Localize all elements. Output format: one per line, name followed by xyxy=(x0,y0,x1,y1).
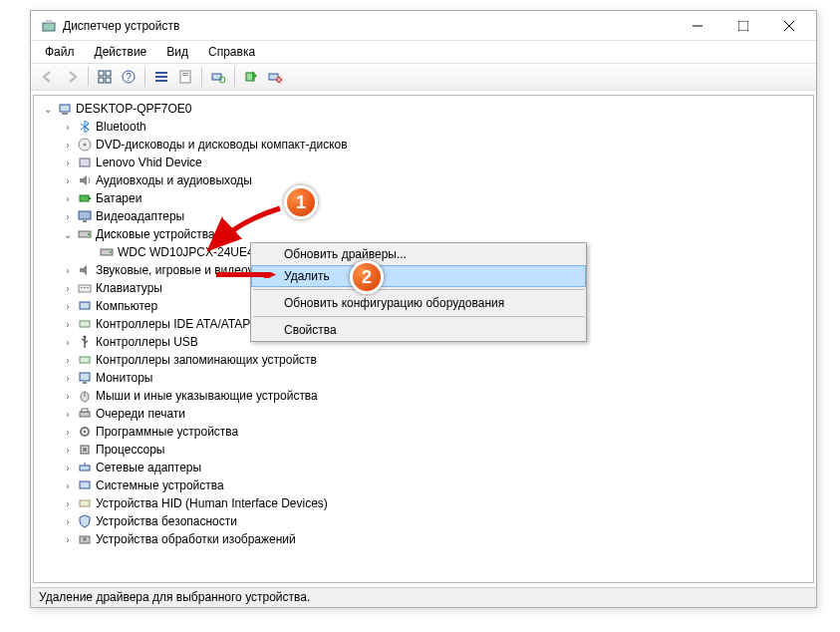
cat-mouse[interactable]: ›Мыши и иные указывающие устройства xyxy=(36,387,811,405)
svg-rect-40 xyxy=(84,287,86,288)
cat-storage[interactable]: ›Контроллеры запоминающих устройств xyxy=(36,351,811,369)
drive-icon xyxy=(99,244,115,260)
close-button[interactable] xyxy=(766,11,812,41)
chevron-right-icon[interactable]: › xyxy=(62,534,74,545)
cat-monitor[interactable]: ›Мониторы xyxy=(36,369,811,387)
computer-icon xyxy=(77,298,93,314)
cat-lenovo[interactable]: ›Lenovo Vhid Device xyxy=(36,154,811,171)
chevron-right-icon[interactable]: › xyxy=(62,140,74,151)
chevron-down-icon[interactable]: ⌄ xyxy=(62,229,74,240)
controller-icon xyxy=(77,316,93,332)
network-icon xyxy=(77,460,93,475)
node-label: Клавиатуры xyxy=(96,281,162,295)
svg-rect-7 xyxy=(106,71,111,76)
grid-icon[interactable] xyxy=(94,66,116,88)
cat-disk[interactable]: ⌄Дисковые устройства xyxy=(36,225,811,243)
ctx-refresh-config[interactable]: Обновить конфигурацию оборудования xyxy=(251,292,586,314)
status-text: Удаление драйвера для выбранного устройс… xyxy=(39,590,310,604)
svg-rect-9 xyxy=(106,78,111,83)
svg-rect-46 xyxy=(80,373,90,381)
cat-security[interactable]: ›Устройства безопасности xyxy=(36,512,811,530)
props-icon[interactable] xyxy=(174,66,196,88)
keyboard-icon xyxy=(77,280,93,296)
svg-rect-43 xyxy=(80,321,90,327)
cat-bluetooth[interactable]: ›Bluetooth xyxy=(36,118,811,136)
cpu-icon xyxy=(77,442,93,458)
svg-rect-33 xyxy=(83,220,87,222)
bluetooth-icon xyxy=(77,119,93,135)
cat-dvd[interactable]: ›DVD-дисководы и дисководы компакт-диско… xyxy=(36,136,811,154)
toolbar: ? xyxy=(31,63,816,91)
chevron-right-icon[interactable]: › xyxy=(62,319,74,330)
forward-icon[interactable] xyxy=(61,66,83,88)
chevron-right-icon[interactable]: › xyxy=(62,373,74,384)
svg-rect-45 xyxy=(80,357,90,363)
cat-battery[interactable]: ›Батареи xyxy=(36,189,811,207)
chevron-down-icon[interactable]: ⌄ xyxy=(42,104,54,115)
help-icon[interactable]: ? xyxy=(118,66,140,88)
chevron-right-icon[interactable]: › xyxy=(62,409,74,420)
minimize-button[interactable] xyxy=(675,11,720,41)
svg-rect-17 xyxy=(182,75,188,76)
cat-video[interactable]: ›Видеоадаптеры xyxy=(36,207,811,225)
computer-icon xyxy=(57,101,73,117)
node-label: Дисковые устройства xyxy=(96,227,215,241)
svg-rect-6 xyxy=(99,71,104,76)
menu-action[interactable]: Действие xyxy=(87,43,155,61)
annotation-arrow xyxy=(216,272,276,278)
chevron-right-icon[interactable]: › xyxy=(62,463,74,474)
cat-net[interactable]: ›Сетевые адаптеры xyxy=(36,459,811,476)
cat-printq[interactable]: ›Очереди печати xyxy=(36,405,811,423)
svg-rect-26 xyxy=(62,113,68,115)
chevron-right-icon[interactable]: › xyxy=(62,211,74,222)
computer-icon xyxy=(77,477,93,493)
list-icon[interactable] xyxy=(150,66,172,88)
cat-cpu[interactable]: ›Процессоры xyxy=(36,441,811,459)
chevron-right-icon[interactable]: › xyxy=(62,122,74,133)
cat-imaging[interactable]: ›Устройства обработки изображений xyxy=(36,530,811,548)
menu-view[interactable]: Вид xyxy=(158,43,196,61)
chevron-right-icon[interactable]: › xyxy=(62,355,74,366)
node-label: Аудиовходы и аудиовыходы xyxy=(96,173,252,187)
chevron-right-icon[interactable]: › xyxy=(62,498,74,509)
chevron-right-icon[interactable]: › xyxy=(62,283,74,294)
svg-rect-12 xyxy=(155,72,167,74)
display-icon xyxy=(77,208,93,224)
svg-rect-39 xyxy=(81,287,83,288)
cat-sys[interactable]: ›Системные устройства xyxy=(36,476,811,494)
svg-point-35 xyxy=(88,233,90,235)
chevron-right-icon[interactable]: › xyxy=(62,337,74,348)
chevron-right-icon[interactable]: › xyxy=(62,480,74,491)
gear-icon xyxy=(77,424,93,440)
node-label: Мониторы xyxy=(96,371,152,385)
svg-rect-15 xyxy=(180,71,190,83)
node-label: DESKTOP-QPF7OE0 xyxy=(76,102,191,116)
enable-icon[interactable] xyxy=(240,66,262,88)
cat-software[interactable]: ›Программные устройства xyxy=(36,423,811,441)
root-node[interactable]: ⌄DESKTOP-QPF7OE0 xyxy=(36,100,811,118)
chevron-right-icon[interactable]: › xyxy=(62,175,74,186)
scan-icon[interactable] xyxy=(207,66,229,88)
chevron-right-icon[interactable]: › xyxy=(62,427,74,438)
chevron-right-icon[interactable]: › xyxy=(62,391,74,402)
ctx-delete[interactable]: Удалить xyxy=(251,265,586,287)
cat-audio[interactable]: ›Аудиовходы и аудиовыходы xyxy=(36,171,811,189)
menu-file[interactable]: Файл xyxy=(37,43,83,61)
menu-help[interactable]: Справка xyxy=(200,43,263,61)
chevron-right-icon[interactable]: › xyxy=(62,445,74,456)
svg-rect-47 xyxy=(83,382,87,384)
svg-text:?: ? xyxy=(126,72,132,83)
cat-hid[interactable]: ›Устройства HID (Human Interface Devices… xyxy=(36,494,811,512)
svg-point-61 xyxy=(83,537,87,541)
chevron-right-icon[interactable]: › xyxy=(62,193,74,204)
ctx-update-drivers[interactable]: Обновить драйверы... xyxy=(251,243,586,265)
maximize-button[interactable] xyxy=(720,11,766,41)
ctx-properties[interactable]: Свойства xyxy=(251,319,586,341)
back-icon[interactable] xyxy=(37,66,59,88)
chevron-right-icon[interactable]: › xyxy=(62,158,74,168)
chevron-right-icon[interactable]: › xyxy=(62,301,74,312)
uninstall-icon[interactable] xyxy=(264,66,286,88)
node-label: Устройства HID (Human Interface Devices) xyxy=(96,496,328,510)
chevron-right-icon[interactable]: › xyxy=(62,265,74,276)
chevron-right-icon[interactable]: › xyxy=(62,516,74,527)
